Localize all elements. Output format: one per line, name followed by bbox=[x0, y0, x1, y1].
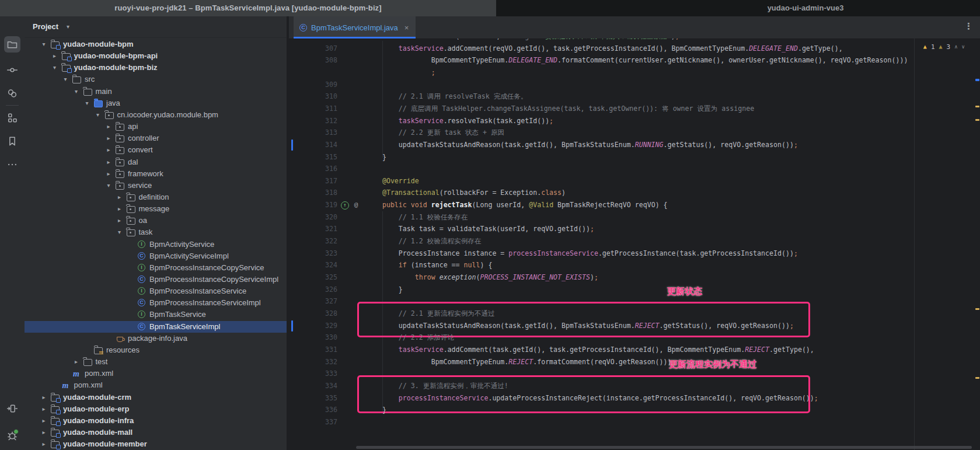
code-line-wrap[interactable]: ; bbox=[289, 67, 980, 79]
close-icon[interactable]: × bbox=[404, 23, 409, 32]
services-icon[interactable] bbox=[4, 400, 20, 417]
code-line-318[interactable]: 318 @Transactional(rollbackFor = Excepti… bbox=[289, 187, 980, 199]
tree-item-cn-iocoder-yudao-module-bpm[interactable]: ▾cn.iocoder.yudao.module.bpm bbox=[25, 109, 287, 121]
tree-item-dal[interactable]: ▸dal bbox=[25, 156, 287, 168]
tree-item-bpmactivityserviceimpl[interactable]: CBpmActivityServiceImpl bbox=[25, 250, 287, 262]
line-number[interactable]: 327 bbox=[289, 295, 337, 308]
tree-item-yudao-module-bpm-biz[interactable]: ▾yudao-module-bpm-biz bbox=[25, 62, 287, 74]
code-line-317[interactable]: 317 @Override bbox=[289, 175, 980, 187]
line-number[interactable]: 316 bbox=[289, 163, 337, 175]
line-number[interactable]: 311 bbox=[289, 103, 337, 115]
chevron-collapsed-icon[interactable]: ▸ bbox=[104, 121, 113, 132]
chevron-expanded-icon[interactable]: ▾ bbox=[40, 39, 48, 50]
tree-item-yudao-module-member[interactable]: ▸yudao-module-member bbox=[25, 438, 287, 450]
code-line-328[interactable]: 328 // 2.1 更新流程实例为不通过 bbox=[289, 308, 980, 320]
code-line-314[interactable]: 314 updateTaskStatusAndReason(task.getId… bbox=[289, 139, 980, 151]
chevron-expanded-icon[interactable]: ▾ bbox=[116, 226, 124, 238]
chevron-collapsed-icon[interactable]: ▸ bbox=[116, 191, 124, 203]
tree-item-controller[interactable]: ▸controller bbox=[25, 132, 287, 144]
line-number[interactable]: 329 bbox=[289, 320, 337, 332]
chevron-collapsed-icon[interactable]: ▸ bbox=[40, 438, 48, 450]
code-line-336[interactable]: 336 } bbox=[289, 404, 980, 416]
line-number[interactable]: 336 bbox=[289, 404, 337, 416]
code-line-307[interactable]: 307 taskService.addComment(reqVO.getId()… bbox=[289, 43, 980, 55]
tree-item-package-info-java[interactable]: package-info.java bbox=[25, 333, 287, 344]
debug-icon[interactable] bbox=[4, 427, 20, 444]
title-bar[interactable]: ruoyi-vue-pro-jdk21 – BpmTaskServiceImpl… bbox=[0, 0, 496, 16]
line-number[interactable]: 314 bbox=[289, 139, 337, 151]
background-window-title-bar[interactable]: yudao-ui-admin-vue3 bbox=[496, 0, 980, 16]
tab-options-icon[interactable]: ⋮ bbox=[964, 21, 973, 32]
code-line-333[interactable]: 333 bbox=[289, 368, 980, 380]
line-number[interactable]: 313 bbox=[289, 127, 337, 139]
project-panel-header[interactable]: Project ▾ bbox=[25, 16, 287, 38]
code-line-331[interactable]: 331 taskService.addComment(task.getId(),… bbox=[289, 344, 980, 356]
tree-item-test[interactable]: ▸test bbox=[25, 356, 287, 368]
horizontal-scrollbar[interactable] bbox=[356, 446, 972, 449]
chevron-collapsed-icon[interactable]: ▸ bbox=[40, 415, 48, 427]
tree-item-message[interactable]: ▸message bbox=[25, 203, 287, 215]
tree-item-resources[interactable]: resources bbox=[25, 344, 287, 356]
more-icon[interactable] bbox=[4, 156, 20, 173]
line-number[interactable]: 317 bbox=[289, 175, 337, 187]
tab-bpmtaskserviceimpl[interactable]: C BpmTaskServiceImpl.java × bbox=[294, 16, 416, 39]
tree-item-pom-xml[interactable]: mpom.xml bbox=[25, 368, 287, 379]
chevron-collapsed-icon[interactable]: ▸ bbox=[40, 403, 48, 415]
chevron-collapsed-icon[interactable]: ▸ bbox=[104, 132, 113, 144]
tree-item-convert[interactable]: ▸convert bbox=[25, 144, 287, 156]
pull-requests-icon[interactable] bbox=[4, 85, 20, 102]
code-line-329[interactable]: 329 updateTaskStatusAndReason(task.getId… bbox=[289, 320, 980, 332]
line-number[interactable]: 310 bbox=[289, 90, 337, 103]
chevron-collapsed-icon[interactable]: ▸ bbox=[72, 356, 81, 368]
code-line-312[interactable]: 312 taskService.resolveTask(task.getId()… bbox=[289, 115, 980, 127]
line-number[interactable]: 319 bbox=[289, 199, 337, 211]
tree-item-yudao-module-bpm[interactable]: ▾yudao-module-bpm bbox=[25, 39, 287, 50]
tree-item-task[interactable]: ▾task bbox=[25, 226, 287, 238]
tree-item-bpmprocessinstancecopyservice[interactable]: IBpmProcessInstanceCopyService bbox=[25, 262, 287, 274]
chevron-collapsed-icon[interactable]: ▸ bbox=[104, 144, 113, 156]
line-number[interactable]: 320 bbox=[289, 211, 337, 224]
line-number[interactable]: 333 bbox=[289, 368, 337, 380]
code-line-330[interactable]: 330 // 2.2 添加评论 bbox=[289, 332, 980, 344]
chevron-expanded-icon[interactable]: ▾ bbox=[104, 180, 113, 191]
code-line-337[interactable]: 337 bbox=[289, 416, 980, 428]
line-number[interactable]: 331 bbox=[289, 344, 337, 356]
code-line-322[interactable]: 322 // 1.2 校验流程实例存在 bbox=[289, 235, 980, 247]
code-line-308[interactable]: 308 BpmCommentTypeEnum.DELEGATE_END.form… bbox=[289, 54, 980, 67]
line-number[interactable]: 337 bbox=[289, 416, 337, 428]
line-number[interactable]: 322 bbox=[289, 235, 337, 247]
chevron-collapsed-icon[interactable]: ▸ bbox=[116, 203, 124, 215]
code-line-310[interactable]: 310 // 2.1 调用 resolveTask 完成任务。 bbox=[289, 90, 980, 103]
chevron-expanded-icon[interactable]: ▾ bbox=[72, 86, 81, 97]
line-number[interactable]: 318 bbox=[289, 187, 337, 199]
chevron-collapsed-icon[interactable]: ▸ bbox=[104, 156, 113, 168]
tree-item-yudao-module-crm[interactable]: ▸yudao-module-crm bbox=[25, 392, 287, 403]
code-editor[interactable]: ▲ 1 ▲ 3 ∧ ∨ 更新状态 更新流程实例为不通过 306 Assert.n… bbox=[289, 39, 980, 450]
chevron-down-icon[interactable]: ▾ bbox=[67, 16, 69, 37]
line-number[interactable]: 308 bbox=[289, 54, 337, 67]
chevron-expanded-icon[interactable]: ▾ bbox=[51, 62, 59, 74]
line-number[interactable]: 326 bbox=[289, 284, 337, 296]
chevron-collapsed-icon[interactable]: ▸ bbox=[51, 50, 59, 62]
tree-item-pom-xml[interactable]: mpom.xml bbox=[25, 379, 287, 391]
code-line-316[interactable]: 316 bbox=[289, 163, 980, 175]
chevron-collapsed-icon[interactable]: ▸ bbox=[40, 392, 48, 403]
code-line-323[interactable]: 323 ProcessInstance instance = processIn… bbox=[289, 247, 980, 260]
tree-item-src[interactable]: ▾src bbox=[25, 74, 287, 85]
code-line-327[interactable]: 327 bbox=[289, 295, 980, 308]
chevron-collapsed-icon[interactable]: ▸ bbox=[40, 427, 48, 438]
code-line-319[interactable]: 319 public void rejectTask(Long userId, … bbox=[289, 199, 980, 211]
line-number[interactable]: 312 bbox=[289, 115, 337, 127]
tree-item-bpmprocessinstancecopyserviceimpl[interactable]: CBpmProcessInstanceCopyServiceImpl bbox=[25, 274, 287, 285]
line-number[interactable]: 334 bbox=[289, 380, 337, 392]
code-line-320[interactable]: 320 // 1.1 校验任务存在 bbox=[289, 211, 980, 224]
tree-item-bpmtaskserviceimpl[interactable]: CBpmTaskServiceImpl bbox=[25, 321, 287, 333]
line-number[interactable]: 324 bbox=[289, 259, 337, 271]
tree-item-bpmactivityservice[interactable]: IBpmActivityService bbox=[25, 239, 287, 250]
tree-item-definition[interactable]: ▸definition bbox=[25, 191, 287, 203]
code-line-325[interactable]: 325 throw exception(PROCESS_INSTANCE_NOT… bbox=[289, 271, 980, 284]
code-line-324[interactable]: 324 if (instance == null) { bbox=[289, 259, 980, 271]
line-number[interactable]: 328 bbox=[289, 308, 337, 320]
tree-item-yudao-module-bpm-api[interactable]: ▸yudao-module-bpm-api bbox=[25, 50, 287, 62]
code-line-313[interactable]: 313 // 2.2 更新 task 状态 + 原因 bbox=[289, 127, 980, 139]
